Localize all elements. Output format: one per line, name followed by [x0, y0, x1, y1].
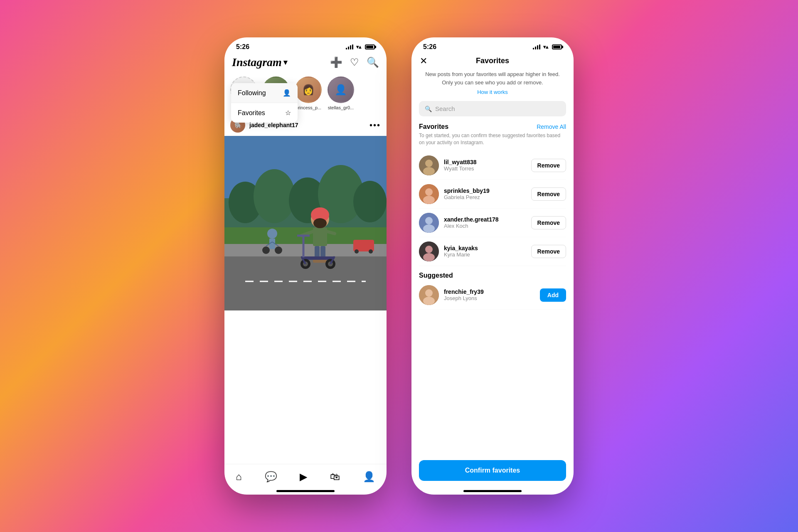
confirm-favorites-button[interactable]: Confirm favorites	[419, 460, 566, 481]
feed-filter-dropdown: Following 👤 Favorites ☆	[231, 83, 298, 123]
post-more-icon[interactable]: •••	[369, 121, 381, 130]
svg-point-13	[262, 246, 270, 254]
svg-rect-19	[313, 227, 327, 246]
remove-button-xander[interactable]: Remove	[531, 216, 566, 229]
avatar-frenchie	[419, 285, 439, 305]
story-label-stellas: stellas_gr0...	[328, 105, 354, 110]
svg-point-3	[254, 169, 295, 223]
svg-point-14	[275, 246, 282, 254]
new-post-icon[interactable]: ➕	[330, 57, 342, 68]
status-icons-2: ▾▴	[533, 44, 562, 50]
add-button-frenchie[interactable]: Add	[540, 288, 566, 302]
svg-point-35	[313, 218, 327, 228]
avatar-sprinkles	[419, 184, 439, 204]
status-time-2: 5:26	[423, 43, 436, 51]
home-nav-icon[interactable]: ⌂	[236, 471, 242, 483]
svg-point-47	[423, 253, 435, 261]
home-indicator-2	[463, 490, 522, 492]
search-bar-icon: 🔍	[425, 106, 432, 112]
phone-1: 5:26 ▾▴ Instagram ▾ ➕ ♡ 🔍 Following 👤	[224, 37, 387, 495]
following-icon: 👤	[283, 89, 291, 97]
list-item: sprinkles_bby19 Gabriela Perez Remove	[419, 180, 566, 209]
user-info-lil-wyatt: lil_wyatt838 Wyatt Torres	[444, 159, 531, 172]
favorites-section-desc: To get started, you can confirm these su…	[411, 132, 574, 151]
svg-line-25	[327, 232, 335, 234]
favorites-section-title: Favorites	[419, 123, 448, 131]
list-item: lil_wyatt838 Wyatt Torres Remove	[419, 151, 566, 180]
user-name: Gabriela Perez	[444, 194, 531, 200]
svg-point-46	[425, 246, 433, 253]
user-name: Alex Koch	[444, 223, 531, 229]
svg-point-11	[267, 229, 277, 239]
user-handle: frenchie_fry39	[444, 288, 540, 295]
user-info-xander: xander.the.great178 Alex Koch	[444, 216, 531, 229]
remove-button-sprinkles[interactable]: Remove	[531, 187, 566, 201]
profile-nav-icon[interactable]: 👤	[363, 471, 375, 483]
phone-2: 5:26 ▾▴ ✕ Favorites New posts from your …	[411, 37, 574, 495]
post-username: jaded_elephant17	[249, 122, 298, 128]
header-actions: ➕ ♡ 🔍	[330, 57, 379, 68]
svg-point-38	[423, 167, 435, 175]
user-handle: lil_wyatt838	[444, 159, 531, 165]
bottom-nav: ⌂ 💬 ▶ 🛍 👤	[224, 464, 387, 487]
following-filter-item[interactable]: Following 👤	[231, 83, 298, 103]
reels-nav-icon[interactable]: ▶	[300, 471, 307, 483]
svg-point-37	[425, 160, 433, 167]
remove-button-lil-wyatt[interactable]: Remove	[531, 159, 566, 172]
status-time-1: 5:26	[236, 43, 249, 51]
post-image	[224, 136, 387, 310]
heart-icon[interactable]: ♡	[350, 57, 359, 68]
following-label: Following	[238, 89, 266, 97]
search-input[interactable]: Search	[435, 105, 455, 112]
user-handle: xander.the.great178	[444, 216, 531, 223]
user-info-sprinkles: sprinkles_bby19 Gabriela Perez	[444, 187, 531, 200]
favorites-subtitle: New posts from your favorites will appea…	[411, 70, 574, 89]
post-scene-svg	[224, 136, 387, 310]
user-name: Wyatt Torres	[444, 165, 531, 172]
signal-icon	[346, 44, 353, 49]
user-name: Joseph Lyons	[444, 295, 540, 301]
battery-icon	[365, 44, 375, 49]
user-info-frenchie: frenchie_fry39 Joseph Lyons	[444, 288, 540, 301]
home-indicator	[276, 490, 335, 492]
status-bar-2: 5:26 ▾▴	[411, 37, 574, 54]
how-it-works-link[interactable]: How it works	[411, 89, 574, 95]
story-princess[interactable]: 👩 princess_p...	[295, 76, 322, 110]
favorites-header: ✕ Favorites	[411, 54, 574, 70]
story-stellas[interactable]: 👤 stellas_gr0...	[328, 76, 354, 110]
status-bar-1: 5:26 ▾▴	[224, 37, 387, 54]
favorites-user-list: lil_wyatt838 Wyatt Torres Remove sprinkl…	[411, 151, 574, 454]
user-handle: kyia_kayaks	[444, 245, 531, 251]
list-item: kyia_kayaks Kyra Marie Remove	[419, 237, 566, 266]
story-avatar-stellas: 👤	[328, 76, 354, 103]
svg-rect-12	[269, 239, 275, 249]
favorites-filter-item[interactable]: Favorites ☆	[231, 103, 298, 123]
shop-nav-icon[interactable]: 🛍	[330, 471, 340, 483]
star-icon: ☆	[285, 109, 291, 117]
svg-point-40	[425, 188, 433, 196]
user-info-kyia: kyia_kayaks Kyra Marie	[444, 245, 531, 258]
search-bar[interactable]: 🔍 Search	[419, 101, 566, 116]
avatar-lil-wyatt	[419, 155, 439, 175]
wifi-icon-2: ▾▴	[543, 44, 548, 50]
instagram-logo: Instagram ▾	[232, 56, 287, 69]
status-icons-1: ▾▴	[346, 44, 375, 50]
signal-icon-2	[533, 44, 540, 49]
messages-nav-icon[interactable]: 💬	[265, 471, 277, 483]
svg-point-44	[423, 224, 435, 233]
close-button[interactable]: ✕	[420, 56, 427, 66]
remove-all-button[interactable]: Remove All	[537, 123, 566, 130]
suggested-section-header: Suggested	[419, 266, 566, 281]
suggested-section-title: Suggested	[419, 272, 453, 279]
search-icon[interactable]: 🔍	[367, 57, 379, 68]
story-avatar-princess: 👩	[295, 76, 322, 103]
svg-point-49	[425, 289, 433, 297]
wifi-icon: ▾▴	[356, 44, 361, 50]
list-item: frenchie_fry39 Joseph Lyons Add	[419, 281, 566, 310]
feed-header: Instagram ▾ ➕ ♡ 🔍	[224, 54, 387, 73]
story-label-princess: princess_p...	[296, 105, 321, 110]
avatar-kyia	[419, 241, 439, 261]
favorites-page-title: Favorites	[476, 57, 509, 65]
chevron-down-icon[interactable]: ▾	[283, 58, 287, 67]
remove-button-kyia[interactable]: Remove	[531, 245, 566, 258]
